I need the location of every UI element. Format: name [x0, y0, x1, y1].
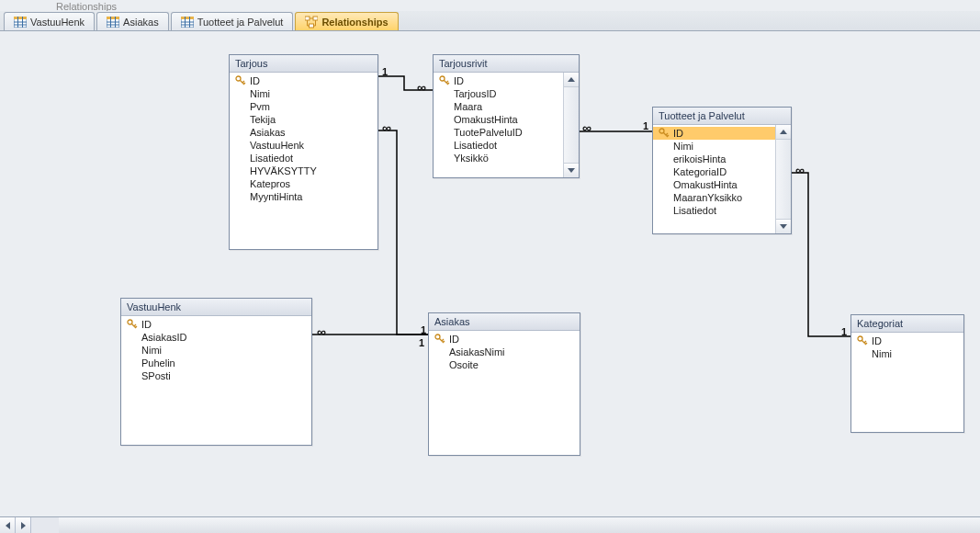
field-row[interactable]: Tekija — [230, 113, 377, 126]
field-name: Puhelin — [141, 357, 175, 369]
field-row[interactable]: ID — [434, 74, 563, 87]
field-name: Lisatiedot — [673, 205, 716, 216]
field-row[interactable]: Puhelin — [121, 357, 311, 369]
field-name: KategoriaID — [673, 166, 727, 177]
field-name: Maara — [454, 101, 482, 112]
field-row[interactable]: Yksikkö — [434, 152, 563, 164]
field-row[interactable]: SPosti — [121, 369, 311, 382]
field-name: Lisatiedot — [454, 140, 497, 151]
tab-tuotteet[interactable]: Tuotteet ja Palvelut — [171, 12, 294, 30]
field-name: VastuuHenk — [250, 140, 304, 151]
field-row[interactable]: Lisatiedot — [230, 152, 377, 164]
table-tarjous[interactable]: Tarjous ID Nimi Pvm Tekija Asiakas Vastu… — [229, 54, 378, 250]
scroll-down-button[interactable] — [776, 219, 791, 233]
table-title[interactable]: Asiakas — [429, 313, 580, 331]
table-title[interactable]: Tarjous — [230, 55, 377, 73]
relationships-canvas[interactable]: 1 ∞ 1 ∞ 1 ∞ 1 ∞ 1 ∞ Tarjous ID Nimi Pvm … — [0, 31, 980, 516]
field-name: ID — [454, 75, 464, 86]
field-row[interactable]: ID — [653, 127, 775, 140]
cardinality-many: ∞ — [317, 327, 326, 336]
primary-key-icon — [857, 335, 868, 346]
field-row[interactable]: Nimi — [653, 140, 775, 153]
field-name: HYVÄKSYTTY — [250, 165, 317, 176]
table-title[interactable]: VastuuHenk — [121, 299, 311, 316]
field-row[interactable]: ID — [851, 335, 963, 347]
field-name: SPosti — [141, 370, 171, 381]
field-row[interactable]: ID — [121, 318, 311, 331]
field-row[interactable]: Nimi — [230, 87, 377, 100]
field-row[interactable]: TarjousID — [434, 87, 563, 100]
field-name: Asiakas — [250, 127, 286, 138]
table-scrollbar[interactable] — [563, 73, 579, 177]
table-title[interactable]: Kategoriat — [851, 315, 963, 333]
field-name: Osoite — [449, 359, 479, 370]
field-name: ID — [141, 319, 152, 330]
cardinality-many: ∞ — [417, 83, 426, 92]
field-name: ID — [673, 128, 683, 139]
field-row[interactable]: Lisatiedot — [653, 204, 775, 217]
scroll-track[interactable] — [31, 517, 59, 533]
svg-rect-18 — [305, 17, 310, 20]
field-name: Lisatiedot — [250, 153, 293, 164]
field-name: OmakustHinta — [454, 114, 518, 125]
field-row[interactable]: OmakustHinta — [434, 113, 563, 126]
field-row[interactable]: MaaranYksikko — [653, 191, 775, 204]
primary-key-icon — [235, 75, 246, 86]
field-name: ID — [872, 335, 882, 346]
field-name: Katepros — [250, 178, 290, 189]
field-row[interactable]: Pvm — [230, 100, 377, 113]
scroll-down-button[interactable] — [564, 163, 579, 177]
field-row[interactable]: ID — [230, 74, 377, 87]
field-row[interactable]: erikoisHinta — [653, 153, 775, 165]
table-asiakas[interactable]: Asiakas ID AsiakasNimi Osoite — [428, 312, 580, 456]
table-vastuuhenk[interactable]: VastuuHenk ID AsiakasID Nimi Puhelin SPo… — [120, 298, 312, 446]
table-kategoriat[interactable]: Kategoriat ID Nimi — [850, 314, 964, 433]
field-row[interactable]: Osoite — [429, 358, 580, 371]
scroll-up-button[interactable] — [776, 125, 791, 140]
field-row[interactable]: Katepros — [230, 177, 377, 190]
field-row[interactable]: Lisatiedot — [434, 139, 563, 152]
field-name: TuotePalveluID — [454, 127, 523, 138]
primary-key-icon — [659, 128, 670, 139]
table-scrollbar[interactable] — [775, 125, 791, 233]
horizontal-scrollbar[interactable] — [0, 516, 980, 533]
scroll-right-button[interactable] — [16, 517, 31, 533]
field-row[interactable]: ID — [429, 333, 580, 346]
tab-vastuuhenk[interactable]: VastuuHenk — [4, 12, 95, 30]
scroll-up-button[interactable] — [564, 73, 579, 87]
scroll-left-button[interactable] — [0, 517, 16, 533]
field-row[interactable]: Nimi — [851, 347, 963, 360]
svg-rect-19 — [313, 17, 318, 20]
field-row[interactable]: OmakustHinta — [653, 178, 775, 191]
field-row[interactable]: KategoriaID — [653, 165, 775, 178]
tab-label: Asiakas — [123, 17, 159, 28]
tab-relationships[interactable]: Relationships — [295, 12, 398, 30]
table-tuotteet[interactable]: Tuotteet ja Palvelut ID Nimi erikoisHint… — [652, 107, 792, 234]
cardinality-one: 1 — [643, 120, 648, 131]
table-field-list: ID AsiakasID Nimi Puhelin SPosti — [121, 316, 311, 445]
table-title[interactable]: Tuotteet ja Palvelut — [653, 108, 791, 125]
field-row[interactable]: MyyntiHinta — [230, 190, 377, 203]
field-name: Nimi — [141, 345, 162, 356]
field-row[interactable]: HYVÄKSYTTY — [230, 164, 377, 177]
field-name: TarjousID — [454, 88, 496, 99]
field-name: AsiakasID — [141, 332, 187, 343]
field-row[interactable]: TuotePalveluID — [434, 126, 563, 139]
field-row[interactable]: VastuuHenk — [230, 139, 377, 152]
tab-label: Relationships — [321, 17, 388, 28]
field-row[interactable]: AsiakasID — [121, 331, 311, 344]
table-icon — [14, 17, 27, 28]
field-row[interactable]: AsiakasNimi — [429, 346, 580, 358]
tab-asiakas[interactable]: Asiakas — [96, 12, 169, 30]
svg-rect-20 — [310, 24, 314, 28]
field-name: ID — [449, 334, 459, 345]
svg-rect-7 — [107, 17, 119, 19]
field-row[interactable]: Nimi — [121, 344, 311, 357]
table-title[interactable]: Tarjousrivit — [434, 55, 579, 73]
cardinality-many: ∞ — [795, 165, 805, 175]
field-row[interactable]: Asiakas — [230, 126, 377, 139]
table-field-list: ID Nimi erikoisHinta KategoriaID Omakust… — [653, 125, 791, 233]
field-name: OmakustHinta — [673, 179, 738, 190]
field-row[interactable]: Maara — [434, 100, 563, 113]
table-tarjousrivit[interactable]: Tarjousrivit ID TarjousID Maara OmakustH… — [433, 54, 580, 178]
